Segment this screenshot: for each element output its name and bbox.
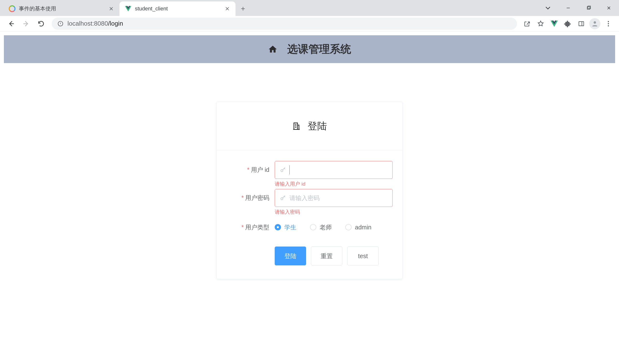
svg-point-9 [281, 170, 283, 172]
close-window-button[interactable] [599, 1, 619, 15]
bookmark-star-icon[interactable] [534, 17, 547, 30]
home-icon [268, 44, 278, 54]
radio-label: 老师 [320, 223, 332, 231]
radio-teacher[interactable]: 老师 [310, 223, 332, 231]
radio-student[interactable]: 学生 [275, 223, 296, 231]
form-label: *用户密码 [226, 189, 275, 206]
back-button[interactable] [4, 17, 18, 30]
login-card: 登陆 *用户 id [216, 102, 403, 279]
favicon-icon [9, 5, 15, 12]
svg-rect-0 [587, 7, 590, 9]
radio-label: 学生 [284, 223, 296, 231]
tab-search-button[interactable] [538, 1, 558, 15]
radio-dot-icon [275, 224, 281, 230]
extensions-puzzle-icon[interactable] [562, 17, 574, 30]
svg-point-7 [608, 25, 609, 26]
form-item-password: *用户密码 请输入密码 [226, 189, 393, 216]
error-message: 请输入用户 id [275, 180, 393, 188]
form-item-usertype: *用户类型 学生 老师 [226, 219, 393, 236]
svg-point-6 [608, 23, 609, 24]
page-viewport: 选课管理系统 登陆 *用户 id [0, 31, 619, 364]
new-tab-button[interactable] [237, 3, 249, 15]
password-input[interactable] [289, 189, 388, 207]
label-text: 用户密码 [245, 194, 269, 201]
required-asterisk: * [241, 224, 244, 231]
vue-favicon-icon [125, 5, 132, 12]
svg-rect-1 [588, 6, 591, 9]
building-icon [292, 122, 301, 130]
login-button[interactable]: 登陆 [275, 247, 306, 266]
url-path: /login [108, 20, 123, 27]
site-info-icon[interactable] [57, 21, 64, 27]
text-caret [289, 165, 290, 174]
forward-button[interactable] [19, 17, 33, 30]
omnibox[interactable]: localhost:8080/login [52, 18, 517, 30]
card-header: 登陆 [217, 102, 402, 150]
form-label: *用户 id [226, 161, 275, 178]
profile-avatar-icon[interactable] [589, 17, 601, 30]
required-asterisk: * [241, 194, 244, 201]
key-icon [280, 167, 286, 173]
svg-point-5 [608, 21, 609, 22]
url-text: localhost:8080/login [68, 20, 511, 27]
maximize-window-button[interactable] [578, 1, 599, 15]
share-icon[interactable] [521, 17, 534, 30]
reset-button[interactable]: 重置 [311, 247, 342, 266]
button-row: 登陆 重置 test [275, 247, 393, 266]
toolbar-actions [521, 17, 615, 30]
error-message: 请输入密码 [275, 208, 393, 216]
page-banner: 选课管理系统 [4, 35, 615, 63]
reload-button[interactable] [34, 17, 48, 30]
close-tab-button[interactable] [225, 6, 230, 12]
tab-title: 事件的基本使用 [19, 5, 105, 12]
window-controls [538, 0, 619, 16]
svg-point-10 [281, 198, 283, 200]
test-button[interactable]: test [347, 247, 379, 266]
usertype-radio-group: 学生 老师 admin [275, 219, 393, 236]
banner-title: 选课管理系统 [287, 42, 351, 56]
key-icon [280, 195, 286, 201]
card-body: *用户 id 请输入用户 id [217, 150, 402, 279]
label-text: 用户 id [251, 166, 269, 173]
radio-dot-icon [345, 224, 352, 230]
side-panel-icon[interactable] [575, 17, 588, 30]
url-port: :8080 [92, 20, 108, 27]
tab-title: student_client [135, 6, 221, 12]
radio-label: admin [355, 224, 371, 231]
card-title: 登陆 [308, 119, 327, 133]
tab-strip: 事件的基本使用 student_client [0, 0, 619, 16]
radio-admin[interactable]: admin [345, 224, 371, 231]
minimize-window-button[interactable] [558, 1, 578, 15]
radio-dot-icon [310, 224, 316, 230]
kebab-menu-icon[interactable] [602, 17, 615, 30]
svg-rect-3 [579, 22, 584, 26]
tab-active[interactable]: student_client [119, 1, 236, 16]
form-label: *用户类型 [226, 219, 275, 236]
label-text: 用户类型 [245, 224, 269, 231]
password-input-wrapper[interactable] [275, 189, 393, 207]
tab-inactive[interactable]: 事件的基本使用 [3, 1, 119, 16]
svg-point-4 [594, 21, 596, 24]
url-host: localhost [68, 20, 92, 27]
required-asterisk: * [247, 166, 250, 173]
vue-devtools-icon[interactable] [548, 17, 561, 30]
address-bar: localhost:8080/login [0, 16, 619, 31]
browser-window: 事件的基本使用 student_client [0, 0, 619, 364]
userid-input-wrapper[interactable] [275, 161, 393, 179]
close-tab-button[interactable] [108, 6, 114, 12]
form-item-userid: *用户 id 请输入用户 id [226, 161, 393, 188]
userid-input[interactable] [293, 161, 388, 179]
